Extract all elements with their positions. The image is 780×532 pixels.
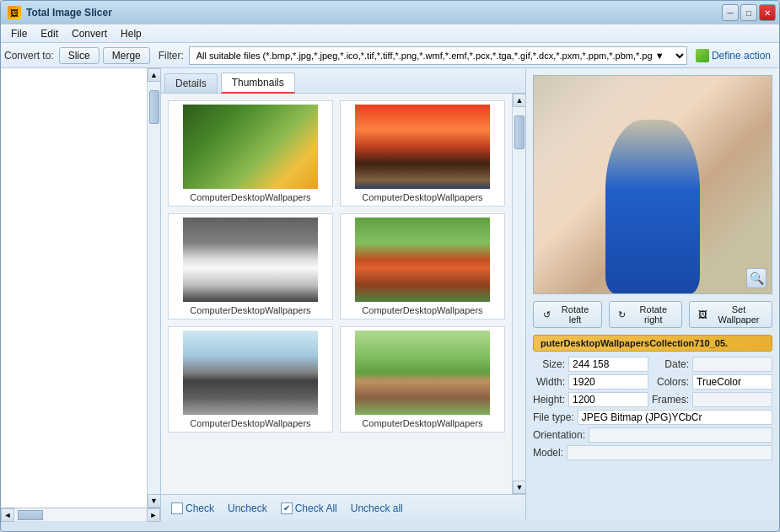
uncheck-label: Uncheck: [228, 502, 267, 514]
size-label: Size:: [533, 358, 565, 370]
app-icon: 🖼: [8, 6, 21, 19]
orientation-row: Orientation:: [533, 427, 772, 443]
thumbnail-item-5[interactable]: ComputerDesktopWallpapers: [340, 326, 505, 433]
tree-scroll: ▲ ▼: [1, 68, 160, 508]
thumb-scroll-down[interactable]: ▼: [513, 481, 525, 494]
define-action-label: Define action: [712, 50, 771, 62]
rotate-right-icon: ↻: [616, 308, 628, 321]
filter-combo[interactable]: All suitable files (*.bmp,*.jpg,*.jpeg,*…: [189, 46, 687, 65]
rotate-right-button[interactable]: ↻ Rotate right: [609, 301, 683, 328]
thumbnail-label-0: ComputerDesktopWallpapers: [172, 192, 329, 202]
close-button[interactable]: ✕: [759, 4, 776, 21]
thumbnail-label-3: ComputerDesktopWallpapers: [344, 305, 501, 315]
slice-button[interactable]: Slice: [59, 47, 100, 64]
thumbnail-image-3: [355, 218, 490, 302]
thumbnail-item-1[interactable]: ComputerDesktopWallpapers: [340, 100, 505, 207]
date-value: [692, 357, 772, 372]
left-panel-horizontal-scrollbar[interactable]: ◄ ►: [1, 508, 160, 521]
width-label: Width:: [533, 376, 565, 388]
merge-button[interactable]: Merge: [103, 47, 150, 64]
check-button[interactable]: Check: [168, 501, 218, 516]
menu-edit[interactable]: Edit: [34, 26, 65, 41]
check-icon: [171, 502, 183, 514]
hs-left-arrow[interactable]: ◄: [1, 508, 14, 522]
scroll-track: [148, 82, 160, 494]
scroll-down-arrow[interactable]: ▼: [148, 494, 161, 508]
thumbnail-grid: ComputerDesktopWallpapers ComputerDeskto…: [168, 100, 519, 433]
wallpaper-icon: 🖼: [697, 308, 708, 321]
preview-zoom-button[interactable]: 🔍: [746, 268, 767, 288]
thumbnail-image-4: [183, 330, 318, 415]
thumbnail-label-2: ComputerDesktopWallpapers: [172, 305, 329, 315]
tree-content: [1, 68, 160, 75]
rotate-left-button[interactable]: ↺ Rotate left: [533, 301, 602, 328]
file-name-bar[interactable]: puterDesktopWallpapersCollection710_05.: [533, 335, 772, 352]
frames-value: [692, 392, 772, 407]
uncheck-button[interactable]: Uncheck: [224, 501, 271, 516]
thumbnail-item-4[interactable]: ComputerDesktopWallpapers: [168, 326, 333, 433]
thumbnail-item-0[interactable]: ComputerDesktopWallpapers: [168, 100, 333, 207]
menu-help[interactable]: Help: [114, 26, 148, 41]
rotate-right-label: Rotate right: [632, 304, 675, 325]
height-label: Height:: [533, 394, 565, 406]
check-all-label: Check All: [295, 502, 337, 514]
file-info-grid: Size: 244 158 Date: Width: 1920 Colors: …: [533, 357, 772, 407]
menu-bar: File Edit Convert Help: [1, 24, 779, 43]
scroll-thumb[interactable]: [149, 90, 159, 124]
hs-right-arrow[interactable]: ►: [147, 508, 160, 522]
model-label: Model:: [533, 447, 563, 459]
rotate-left-icon: ↺: [541, 308, 552, 321]
uncheck-all-button[interactable]: Uncheck all: [347, 501, 406, 516]
thumbnail-label-5: ComputerDesktopWallpapers: [344, 418, 501, 428]
img-dog-5: [355, 330, 490, 415]
tree-scrollbar-vertical[interactable]: ▲ ▼: [147, 68, 160, 508]
app-window: 🖼 Total Image Slicer ─ □ ✕ File Edit Con…: [0, 0, 780, 532]
hs-thumb[interactable]: [18, 510, 43, 520]
thumbnail-label-1: ComputerDesktopWallpapers: [344, 192, 501, 202]
thumb-scroll-up[interactable]: ▲: [513, 94, 525, 107]
thumbnail-item-2[interactable]: ComputerDesktopWallpapers: [168, 213, 333, 320]
width-value: 1920: [568, 374, 648, 390]
tab-details[interactable]: Details: [164, 73, 218, 93]
preview-area: 🔍: [533, 75, 772, 294]
thumb-scroll-thumb[interactable]: [514, 116, 524, 149]
size-value: 244 158: [568, 357, 648, 372]
check-all-icon: ✔: [281, 502, 293, 514]
thumbnail-image-5: [355, 330, 490, 415]
img-grass-0: [183, 105, 318, 189]
define-action-button[interactable]: Define action: [691, 47, 776, 64]
img-beach-1: [355, 105, 490, 189]
set-wallpaper-button[interactable]: 🖼 Set Wallpaper: [689, 301, 772, 328]
hs-track: [14, 508, 147, 521]
preview-image: [534, 76, 772, 293]
img-red-car-3: [355, 218, 490, 302]
img-birds-4: [183, 330, 318, 415]
set-wallpaper-label: Set Wallpaper: [713, 304, 765, 325]
thumbnail-label-4: ComputerDesktopWallpapers: [172, 418, 329, 428]
orientation-label: Orientation:: [533, 429, 585, 441]
check-bar: Check Uncheck ✔ Check All Uncheck all: [161, 494, 525, 521]
check-all-button[interactable]: ✔ Check All: [277, 501, 341, 516]
menu-convert[interactable]: Convert: [65, 26, 114, 41]
filetype-value: JPEG Bitmap (JPG)YCbCr: [578, 410, 772, 425]
menu-file[interactable]: File: [4, 26, 34, 41]
rotate-left-label: Rotate left: [556, 304, 594, 325]
minimize-button[interactable]: ─: [722, 4, 739, 21]
thumbnail-item-3[interactable]: ComputerDesktopWallpapers: [340, 213, 505, 320]
filetype-row: File type: JPEG Bitmap (JPG)YCbCr: [533, 410, 772, 425]
uncheck-all-label: Uncheck all: [351, 502, 403, 514]
scroll-up-arrow[interactable]: ▲: [148, 68, 161, 82]
thumb-scrollbar-vertical[interactable]: ▲ ▼: [512, 94, 525, 494]
main-content: ▲ ▼ ◄ ► Detai: [1, 68, 779, 521]
maximize-button[interactable]: □: [740, 4, 757, 21]
title-bar: 🖼 Total Image Slicer ─ □ ✕: [1, 1, 779, 24]
thumbnails-area: ComputerDesktopWallpapers ComputerDeskto…: [161, 94, 525, 494]
orientation-value: [589, 427, 772, 443]
filter-label: Filter:: [159, 50, 184, 62]
preview-controls: ↺ Rotate left ↻ Rotate right 🖼 Set Wallp…: [533, 301, 772, 328]
thumbnail-image-2: [183, 218, 318, 302]
tab-thumbnails[interactable]: Thumbnails: [221, 73, 295, 94]
left-panel: ▲ ▼ ◄ ►: [1, 68, 161, 521]
title-bar-text: Total Image Slicer: [26, 7, 112, 19]
thumb-scroll-track: [513, 107, 525, 481]
